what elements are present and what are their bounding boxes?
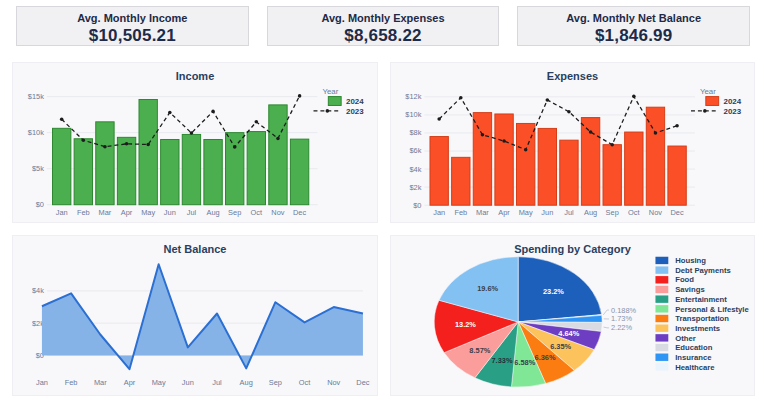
kpi-value-expenses: $8,658.22 (272, 26, 495, 46)
x-axis-labels: JanFebMarAprMayJunJulAugSepOctNovDec (56, 208, 307, 217)
finance-dashboard: Avg. Monthly Income $10,505.21 Avg. Mont… (0, 0, 766, 396)
pie-label: 6.36% (535, 353, 556, 362)
y-tick-label: $0 (413, 201, 421, 210)
area-series-Net Balance (42, 264, 363, 369)
bar-series-2024 (430, 107, 686, 205)
line-marker (675, 124, 679, 128)
kpi-card-income: Avg. Monthly Income $10,505.21 (16, 6, 249, 46)
pie-label: 6.58% (514, 358, 535, 367)
x-tick-label: Nov (649, 208, 662, 217)
legend-item-Insurance[interactable]: Insurance (655, 353, 712, 362)
legend-item-2023[interactable]: 2023 (314, 107, 365, 116)
legend-label: Transportation (675, 314, 729, 323)
line-marker (82, 138, 86, 142)
legend-swatch (655, 305, 668, 312)
pie-legend: HousingDebt PaymentsFoodSavingsEntertain… (655, 256, 749, 371)
line-marker (459, 96, 463, 100)
bar-Apr (495, 114, 513, 205)
bar-Oct (247, 132, 265, 205)
x-tick-label: Jan (56, 208, 68, 217)
kpi-row: Avg. Monthly Income $10,505.21 Avg. Mont… (0, 0, 766, 46)
legend-item-Savings[interactable]: Savings (655, 285, 704, 294)
x-tick-label: Dec (356, 378, 369, 387)
x-tick-label: Mar (476, 208, 489, 217)
y-tick-label: $4k (409, 165, 421, 174)
legend-label: Food (675, 276, 694, 285)
legend-label: Savings (675, 285, 704, 294)
bar-Jan (52, 128, 70, 204)
legend-item-Transportation[interactable]: Transportation (655, 314, 729, 323)
legend-swatch (655, 354, 668, 361)
line-marker (190, 131, 194, 135)
legend-swatch (655, 324, 668, 331)
pie-label: 13.2% (455, 321, 476, 330)
kpi-card-net-balance: Avg. Monthly Net Balance $1,846.99 (517, 6, 750, 46)
legend-item-Food[interactable]: Food (655, 276, 694, 285)
x-tick-label: Apr (498, 208, 510, 217)
legend-item-Debt Payments[interactable]: Debt Payments (655, 266, 730, 275)
bar-Mar (473, 113, 491, 206)
bar-Jul (182, 134, 200, 204)
income-chart-panel: Income $0$5k$10k$15kJanFebMarAprMayJunJu… (12, 62, 378, 223)
line-marker (546, 98, 550, 102)
line-marker (146, 143, 150, 147)
legend-swatch (655, 363, 668, 370)
line-marker (103, 145, 107, 149)
line-marker (211, 110, 215, 114)
legend-swatch (655, 344, 668, 351)
x-tick-label: Feb (454, 208, 467, 217)
chart-grid: Income $0$5k$10k$15kJanFebMarAprMayJunJu… (0, 46, 766, 396)
legend-item-Investments[interactable]: Investments (655, 324, 720, 333)
legend-item-2024[interactable]: 2024 (328, 97, 364, 107)
x-tick-label: Sep (228, 208, 241, 217)
pie-label: 8.57% (469, 346, 490, 355)
x-tick-label: Mar (99, 208, 112, 217)
income-chart-canvas: $0$5k$10k$15kJanFebMarAprMayJunJulAugSep… (13, 63, 377, 222)
x-tick-label: May (152, 378, 166, 387)
legend-swatch (655, 276, 668, 283)
expenses-chart-panel: Expenses $0$2k$4k$6k$8k$10k$12kJanFebMar… (390, 62, 755, 223)
bar-Apr (117, 137, 135, 204)
bar-Oct (625, 132, 643, 205)
legend-item-2024[interactable]: 2024 (706, 97, 742, 107)
net-balance-chart-canvas: $0$2k$4kJanFebMarAprMayJunJulAugSepOctNo… (13, 236, 377, 395)
x-tick-label: Dec (293, 208, 306, 217)
x-tick-label: Jan (36, 378, 48, 387)
kpi-card-expenses: Avg. Monthly Expenses $8,658.22 (267, 6, 500, 46)
x-tick-label: Dec (671, 208, 684, 217)
legend-item-2023[interactable]: 2023 (691, 107, 742, 116)
pie-label: 7.33% (492, 356, 513, 365)
x-tick-label: Aug (584, 208, 597, 217)
legend-label: Insurance (675, 353, 712, 362)
legend-item-Personal & Lifestyle[interactable]: Personal & Lifestyle (655, 305, 749, 314)
legend-item-Housing[interactable]: Housing (655, 256, 706, 265)
legend-item-Healthcare[interactable]: Healthcare (655, 363, 715, 372)
legend-label: 2023 (724, 107, 742, 116)
x-tick-label: Jul (564, 208, 574, 217)
line-marker (60, 118, 64, 122)
x-tick-label: Jul (187, 208, 197, 217)
y-tick-label: $6k (409, 146, 421, 155)
pie: 23.2%4.64%6.35%6.36%6.58%7.33%8.57%13.2%… (434, 257, 636, 387)
x-tick-label: Nov (271, 208, 284, 217)
x-tick-label: Aug (240, 378, 253, 387)
y-tick-label: $8k (409, 128, 421, 137)
pie-label: 23.2% (543, 287, 564, 296)
x-tick-label: May (141, 208, 155, 217)
bar-Sep (226, 133, 244, 205)
legend-label: Entertainment (675, 295, 727, 304)
line-marker (125, 142, 129, 146)
pie-label: 6.35% (550, 342, 571, 351)
legend-item-Education[interactable]: Education (655, 343, 712, 352)
bar-Sep (603, 145, 621, 206)
x-axis-labels: JanFebMarAprMayJunJulAugSepOctNovDec (36, 378, 370, 387)
legend-label: Personal & Lifestyle (675, 305, 749, 314)
x-tick-label: Oct (251, 208, 263, 217)
spending-pie-panel: Spending by Category 23.2%4.64%6.35%6.36… (390, 235, 755, 396)
pie-leader-line (604, 327, 609, 328)
legend-item-Other[interactable]: Other (655, 334, 695, 343)
legend-item-Entertainment[interactable]: Entertainment (655, 295, 727, 304)
y-tick-label: $15k (28, 92, 44, 101)
x-tick-label: Oct (299, 378, 311, 387)
kpi-value-net-balance: $1,846.99 (522, 26, 745, 46)
